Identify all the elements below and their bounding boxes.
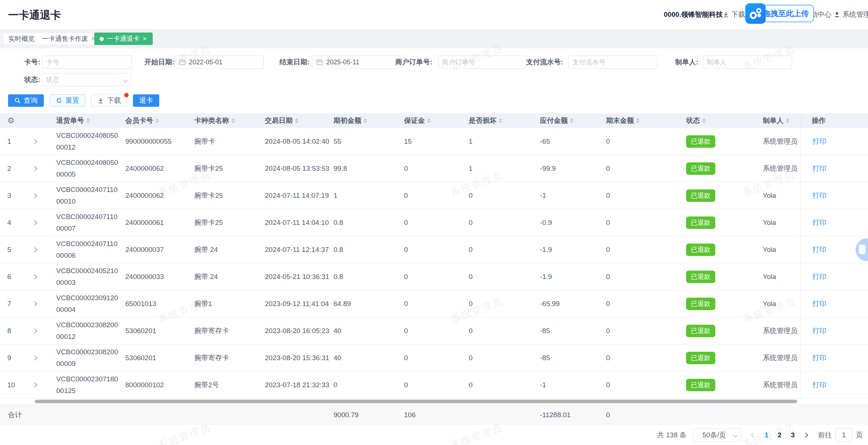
sort-icon[interactable] (702, 118, 706, 123)
table-row: 9 VCBC0000230820000009 53060201 腕带寄存卡 20… (0, 344, 868, 372)
payable-amount: -1.9 (540, 263, 606, 290)
table-row: 7 VCBC0000230912000004 65001013 腕带1 2023… (0, 290, 868, 317)
row-expand-toggle[interactable] (33, 372, 56, 398)
payment-no-input[interactable] (568, 56, 658, 69)
reset-button[interactable]: 重置 (50, 94, 85, 107)
row-expand-toggle[interactable] (33, 155, 56, 182)
tab-card-refund-active[interactable]: 一卡通退卡 ✕ (94, 33, 153, 45)
start-date-input[interactable] (175, 56, 264, 69)
print-link[interactable]: 打印 (812, 299, 826, 309)
col-header-damaged[interactable]: 是否损坏 (469, 113, 540, 128)
company-name: 0000.领锋智能科技 (664, 10, 723, 19)
status-badge: 已退款 (686, 135, 715, 148)
next-page-button[interactable] (800, 429, 811, 442)
chevron-right-icon (33, 166, 37, 171)
payable-amount: -0.9 (540, 209, 606, 236)
chevron-right-icon (33, 247, 37, 252)
status-label: 状态: (24, 73, 40, 86)
goto-page-input[interactable] (835, 429, 852, 442)
sort-icon[interactable] (295, 118, 298, 123)
tab-card-sale-void[interactable]: 一卡通售卡作废 ✕ (37, 33, 101, 45)
maker-input[interactable] (703, 56, 792, 69)
sort-icon[interactable] (86, 118, 90, 123)
col-header-payable[interactable]: 应付金额 (540, 113, 606, 128)
print-link[interactable]: 打印 (812, 164, 826, 173)
col-header-maker[interactable]: 制单人 (763, 113, 800, 128)
initial-amount: 0.8 (334, 209, 404, 236)
row-expand-toggle[interactable] (33, 209, 56, 236)
row-actions: 打印 (800, 372, 868, 398)
merchant-order-input[interactable] (438, 56, 526, 69)
col-header-initial-amount[interactable]: 期初金额 (334, 113, 404, 128)
sort-icon[interactable] (636, 118, 640, 123)
card-no-label: 卡号: (24, 56, 40, 69)
col-header-deposit[interactable]: 保证金 (404, 113, 469, 128)
page-number-3[interactable]: 3 (787, 429, 799, 442)
drag-upload-overlay[interactable]: 拖拽至此上传 (745, 3, 766, 24)
trade-date: 2024-07-11 14:04:10 (265, 209, 334, 236)
col-header-trade-date[interactable]: 交易日期 (265, 113, 334, 128)
prev-page-button[interactable] (748, 429, 760, 442)
horizontal-scrollbar-thumb[interactable] (35, 400, 797, 403)
end-date-input[interactable] (312, 56, 401, 69)
is-damaged: 0 (469, 182, 540, 209)
is-damaged: 0 (469, 372, 540, 398)
col-header-status[interactable]: 状态 (686, 113, 763, 128)
row-expand-toggle[interactable] (33, 263, 56, 290)
print-link[interactable]: 打印 (812, 272, 826, 282)
trade-date: 2024-07-11 14:07:19 (265, 182, 334, 209)
print-link[interactable]: 打印 (812, 353, 826, 363)
status-select[interactable]: 状态 (42, 73, 132, 86)
deposit: 0 (404, 344, 469, 371)
print-link[interactable]: 打印 (812, 218, 826, 227)
row-expand-toggle[interactable] (33, 236, 56, 263)
column-settings-gear-icon[interactable]: ⚙ (0, 114, 15, 128)
payable-amount: -1 (540, 182, 606, 209)
maker: 系统管理员 (763, 372, 800, 398)
row-expand-toggle[interactable] (33, 344, 56, 371)
tab-label: 一卡通退卡 (107, 34, 140, 43)
col-header-order-no[interactable]: 退货单号 (56, 113, 125, 128)
close-icon[interactable]: ✕ (142, 35, 147, 42)
sort-icon[interactable] (786, 118, 789, 123)
print-link[interactable]: 打印 (812, 245, 826, 254)
sort-icon[interactable] (427, 118, 431, 123)
print-link[interactable]: 打印 (812, 380, 826, 390)
sort-icon[interactable] (499, 118, 502, 123)
user-menu[interactable]: 系统管理员 (834, 10, 868, 19)
page-size-select[interactable]: 50条/页 (693, 429, 741, 442)
sort-icon[interactable] (155, 118, 159, 123)
print-link[interactable]: 打印 (812, 326, 826, 336)
row-actions: 打印 (800, 209, 868, 236)
summary-row: 合计 9000.79 106 -11288.01 0 (0, 404, 868, 425)
tab-realtime-overview[interactable]: 实时概览 (3, 33, 40, 45)
sort-icon[interactable] (363, 118, 367, 123)
col-header-ending-amount[interactable]: 期末金额 (606, 113, 686, 128)
page-number-2[interactable]: 2 (773, 429, 786, 442)
search-button[interactable]: 查询 (8, 94, 44, 107)
row-expand-toggle[interactable] (33, 317, 56, 344)
maker: Yola (763, 263, 800, 290)
card-no-input[interactable] (42, 56, 132, 69)
row-expand-toggle[interactable] (33, 128, 56, 155)
refund-order-no: VCBC0000240521000003 (56, 263, 125, 290)
summary-payable-amount: -11288.01 (540, 411, 606, 419)
print-link[interactable]: 打印 (812, 137, 826, 146)
print-link[interactable]: 打印 (812, 191, 826, 200)
page-number-1[interactable]: 1 (760, 429, 773, 442)
card-type-name: 腕带 24 (194, 236, 265, 263)
sort-icon[interactable] (570, 118, 574, 123)
row-expand-toggle[interactable] (33, 290, 56, 317)
refund-card-button[interactable]: 退卡 (133, 94, 159, 107)
ending-amount: 0 (606, 209, 686, 236)
table-row: 1 VCBC0000240805000012 990000000055 腕带卡 … (0, 128, 868, 155)
card-type-name: 腕带卡25 (194, 209, 265, 236)
initial-amount: 1 (334, 182, 404, 209)
sort-icon[interactable] (231, 118, 235, 123)
col-header-member-card[interactable]: 会员卡号 (125, 113, 194, 128)
payable-amount: -85 (540, 344, 606, 371)
row-index: 6 (0, 263, 33, 290)
row-expand-toggle[interactable] (33, 182, 56, 209)
col-header-card-type[interactable]: 卡种类名称 (194, 113, 265, 128)
download-button[interactable]: 下载 (91, 94, 127, 107)
